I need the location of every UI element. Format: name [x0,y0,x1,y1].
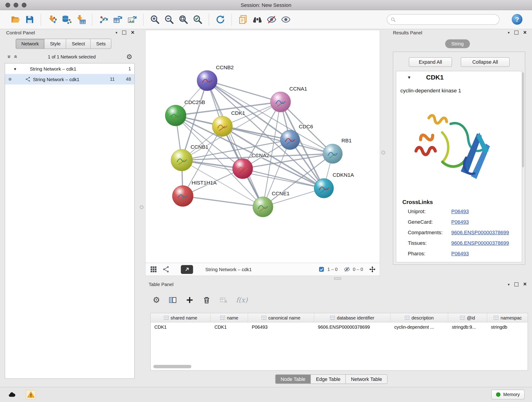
right-splitter-handle[interactable] [381,151,385,154]
network-selection-status: 1 of 1 Network selected [17,54,126,59]
zoom-in-button[interactable] [147,12,162,27]
expand-all-button[interactable]: Expand All [409,57,452,67]
show-eye-icon[interactable] [279,12,293,27]
network-edge[interactable] [183,196,263,207]
network-node-ccne1[interactable]: CCNE1 [253,191,289,217]
birdseye-view-icon[interactable] [150,265,157,273]
column-header-shared-name[interactable]: shared name [151,313,211,322]
pharos-link[interactable]: P06493 [451,250,469,256]
export-table-button[interactable] [111,12,125,27]
search-binoculars-button[interactable] [250,12,264,27]
tab-style[interactable]: Style [45,39,66,48]
memory-status-dot-icon [496,392,500,397]
node-count: 11 [110,77,115,82]
column-header-namespace[interactable]: namespac [487,313,528,322]
delete-column-trash-icon[interactable] [202,296,211,305]
left-splitter-handle[interactable] [140,205,143,209]
horizontal-splitter-handle[interactable] [334,277,341,280]
export-network-button[interactable] [96,12,111,27]
selected-count: 1 – 0 [327,267,337,272]
collapse-all-button[interactable]: Collapse All [461,57,510,67]
zoom-window-button[interactable] [22,3,27,7]
pan-tool-icon[interactable] [369,266,375,273]
tab-node-table[interactable]: Node Table [275,375,311,384]
collapse-all-networks-icon[interactable]: » [12,55,19,58]
expand-all-networks-icon[interactable]: » [6,55,13,58]
network-node-hist1h1a[interactable]: HIST1H1A [172,180,217,206]
save-session-button[interactable] [22,12,37,27]
network-row[interactable]: String Network – cdk1 11 48 [5,74,134,85]
selected-checkbox-icon[interactable] [318,266,325,273]
maximize-panel-icon[interactable] [514,282,519,287]
import-table-from-file-button[interactable] [74,12,88,27]
uniprot-link[interactable]: P06493 [451,208,469,214]
network-node-rb1[interactable]: RB1 [323,138,352,164]
genecard-link[interactable]: P06493 [451,219,469,225]
close-panel-icon[interactable]: × [131,31,134,35]
hide-eye-icon[interactable] [264,12,279,27]
close-panel-icon[interactable]: × [523,31,527,35]
column-header-canonical-name[interactable]: canonical name [248,313,314,322]
toolbar-separator [92,13,92,26]
cloud-status-icon[interactable] [7,390,17,400]
float-panel-icon[interactable]: ▾ [508,282,510,287]
import-network-from-file-button[interactable] [45,12,59,27]
maximize-panel-icon[interactable] [122,31,126,35]
help-button[interactable]: ? [511,13,523,26]
network-overview-icon[interactable] [162,265,170,273]
collapse-gene-icon[interactable]: ▼ [407,75,411,80]
zoom-fit-content-button[interactable] [176,12,190,27]
memory-button[interactable]: Memory [491,390,525,400]
tab-select[interactable]: Select [66,39,91,48]
network-edge[interactable] [207,81,263,207]
table-options-gear-icon[interactable]: ⚙ [152,297,160,303]
tab-network[interactable]: Network [16,39,45,48]
node-label-ccne1: CCNE1 [272,191,290,196]
hidden-eye-icon[interactable] [344,266,350,273]
add-column-icon[interactable] [185,296,194,305]
tissues-link[interactable]: 9606.ENSP00000378699 [451,240,509,246]
refresh-button[interactable] [213,12,227,27]
network-node-ccna1[interactable]: CCNA1 [270,86,307,112]
open-session-button[interactable] [8,12,22,27]
crosslinks-title: CrossLinks [402,199,433,205]
search-field [387,14,500,25]
float-panel-icon[interactable]: ▾ [508,31,510,35]
zoom-selected-button[interactable] [190,12,205,27]
network-node-ccnb1[interactable]: CCNB1 [171,144,208,171]
network-node-cdk1[interactable]: CDK1 [212,110,245,137]
network-options-gear-icon[interactable]: ⚙ [126,53,133,60]
column-header-description[interactable]: description [391,313,448,322]
network-node-cdkn1a[interactable]: CDKN1A [314,172,354,198]
table-row[interactable]: CDK1 CDK1 P06493 9606.ENSP00000378699 cy… [151,322,528,332]
close-panel-icon[interactable]: × [523,282,527,287]
column-header-name[interactable]: name [211,313,248,322]
column-header-id[interactable]: @id [448,313,487,322]
tab-network-table[interactable]: Network Table [346,375,387,384]
node-label-cdkn1a: CDKN1A [333,172,354,178]
results-scrollbar[interactable] [522,72,524,167]
close-window-button[interactable] [6,3,10,7]
tab-sets[interactable]: Sets [91,39,111,48]
crosslink-label: Uniprot: [408,208,451,214]
tab-string[interactable]: String [445,39,470,48]
import-network-from-database-button[interactable] [59,12,74,27]
toolbar-separator [143,13,143,26]
network-collection-row[interactable]: ▼ String Network – cdk1 1 [5,64,134,74]
network-canvas[interactable]: CCNB2CCNA1CDC25BCDK1CDC6RB1CCNB1CCNA2CDK… [146,30,380,263]
search-input[interactable] [398,17,496,22]
maximize-panel-icon[interactable] [514,31,519,35]
documents-button[interactable] [236,12,250,27]
minimize-window-button[interactable] [13,3,18,7]
tab-edge-table[interactable]: Edge Table [311,375,346,384]
tree-expander-icon[interactable]: ▼ [13,67,17,71]
column-header-database-identifier[interactable]: database identifier [314,313,390,322]
table-horizontal-scrollbar[interactable] [153,365,191,368]
zoom-out-button[interactable] [162,12,176,27]
show-columns-icon[interactable] [168,296,177,305]
detach-view-button[interactable] [181,265,193,274]
warning-icon[interactable] [26,390,36,400]
compartments-link[interactable]: 9606.ENSP00000378699 [451,230,509,235]
float-panel-icon[interactable]: ▾ [115,31,117,35]
export-image-button[interactable] [125,12,139,27]
